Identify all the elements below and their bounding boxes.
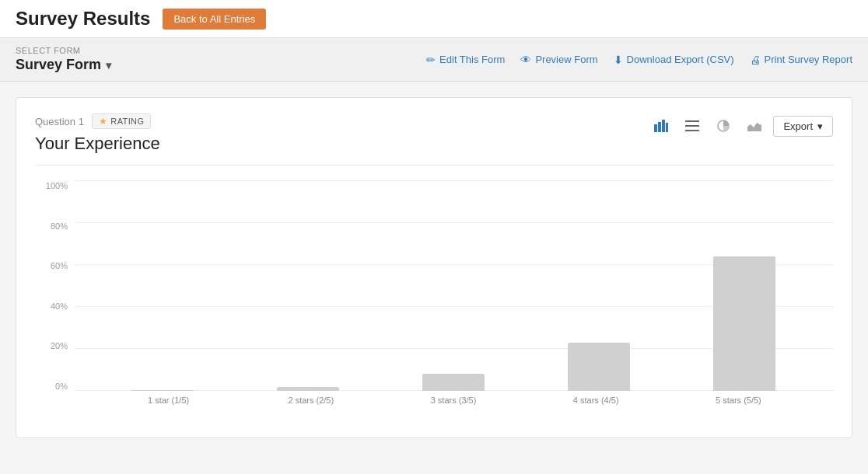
y-label-100: 100%	[46, 181, 68, 190]
preview-form-label: Preview Form	[535, 54, 597, 65]
main-content: Question 1 ★ RATING Your Experience	[0, 82, 868, 454]
print-survey-link[interactable]: 🖨 Print Survey Report	[750, 54, 852, 66]
edit-form-link[interactable]: ✏ Edit This Form	[426, 54, 505, 66]
export-button[interactable]: Export ▾	[773, 116, 833, 137]
top-header: Survey Results Back to All Entries	[0, 0, 868, 38]
svg-rect-0	[654, 124, 657, 132]
x-label-3: 3 stars (3/5)	[382, 396, 524, 405]
print-icon: 🖨	[750, 54, 761, 66]
pie-chart-button[interactable]	[711, 113, 736, 138]
select-form-label: SELECT FORM	[16, 46, 111, 55]
bar-item-1	[89, 390, 235, 391]
bar-item-5	[672, 256, 817, 391]
export-chevron-icon: ▾	[817, 120, 823, 132]
bar-1	[131, 390, 194, 391]
rating-badge: ★ RATING	[92, 113, 152, 129]
eye-icon: 👁	[520, 54, 531, 66]
bar-4	[568, 343, 630, 391]
bar-item-2	[235, 387, 380, 391]
bar-5	[713, 256, 775, 391]
chart-controls: Export ▾	[649, 113, 833, 138]
area-chart-button[interactable]	[742, 113, 767, 138]
pencil-icon: ✏	[426, 54, 436, 66]
bar-2	[277, 387, 339, 391]
edit-form-label: Edit This Form	[439, 54, 505, 65]
question-header: Question 1 ★ RATING	[35, 113, 160, 129]
x-label-5: 5 stars (5/5)	[667, 396, 810, 405]
question-title: Your Experience	[35, 134, 160, 154]
svg-rect-3	[666, 123, 668, 132]
export-label: Export	[783, 120, 813, 132]
form-name-label: Survey Form	[16, 57, 101, 73]
rating-badge-label: RATING	[110, 117, 144, 126]
bar-chart-button[interactable]	[649, 113, 674, 138]
question-number: Question 1	[35, 116, 84, 127]
y-axis: 0% 20% 40% 60% 80% 100%	[35, 181, 74, 391]
question-info: Question 1 ★ RATING Your Experience	[35, 113, 160, 157]
y-label-0: 0%	[55, 382, 68, 391]
x-axis-labels: 1 star (1/5) 2 stars (2/5) 3 stars (3/5)…	[74, 391, 833, 405]
y-label-20: 20%	[51, 341, 68, 350]
bar-item-4	[527, 343, 672, 391]
svg-rect-5	[685, 125, 699, 127]
y-label-60: 60%	[51, 261, 68, 270]
back-to-entries-button[interactable]: Back to All Entries	[163, 9, 266, 30]
download-icon: ⬇	[614, 54, 623, 66]
bars-container	[74, 181, 833, 391]
chevron-down-icon: ▾	[106, 59, 111, 71]
list-chart-button[interactable]	[680, 113, 705, 138]
form-selector-dropdown[interactable]: Survey Form ▾	[16, 57, 111, 73]
toolbar-actions: ✏ Edit This Form 👁 Preview Form ⬇ Downlo…	[426, 54, 852, 66]
bar-item-3	[380, 374, 526, 391]
svg-rect-2	[662, 120, 665, 132]
preview-form-link[interactable]: 👁 Preview Form	[520, 54, 597, 66]
star-icon: ★	[99, 116, 107, 127]
y-label-40: 40%	[51, 301, 68, 311]
form-selector-wrapper: SELECT FORM Survey Form ▾	[16, 46, 111, 73]
question-divider	[35, 165, 833, 166]
y-label-80: 80%	[51, 221, 68, 231]
download-export-label: Download Export (CSV)	[627, 54, 734, 65]
print-survey-label: Print Survey Report	[765, 54, 852, 65]
toolbar: SELECT FORM Survey Form ▾ ✏ Edit This Fo…	[0, 38, 868, 82]
svg-rect-6	[685, 130, 699, 131]
x-label-2: 2 stars (2/5)	[240, 396, 382, 405]
svg-rect-4	[685, 120, 699, 122]
svg-rect-1	[658, 122, 661, 132]
x-label-4: 4 stars (4/5)	[525, 396, 667, 405]
chart-plot	[74, 181, 833, 391]
bar-3	[422, 374, 485, 391]
download-export-link[interactable]: ⬇ Download Export (CSV)	[614, 54, 734, 66]
chart-container: 0% 20% 40% 60% 80% 100%	[35, 181, 833, 414]
page-title: Survey Results	[16, 8, 150, 30]
question-card: Question 1 ★ RATING Your Experience	[16, 97, 852, 438]
x-label-1: 1 star (1/5)	[97, 396, 240, 405]
